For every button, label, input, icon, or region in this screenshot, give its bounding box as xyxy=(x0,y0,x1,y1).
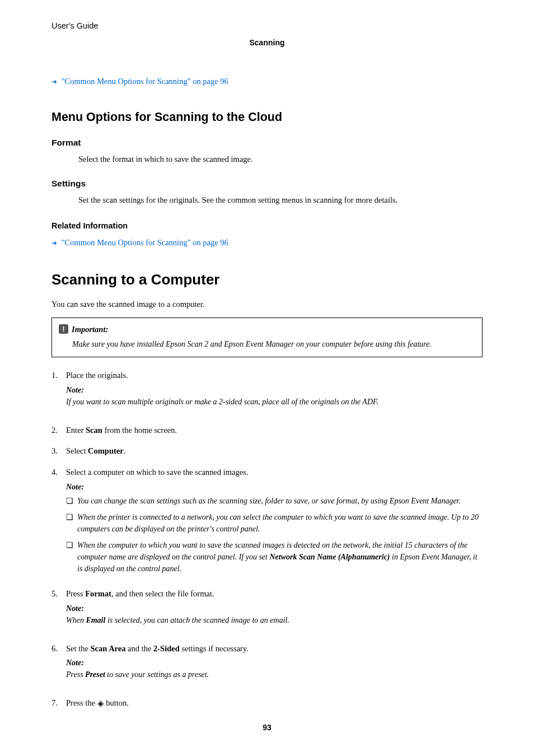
step-1: 1. Place the originals. Note: If you wan… xyxy=(51,370,483,416)
important-box: ! Important: Make sure you have installe… xyxy=(51,318,483,357)
text-format-desc: Select the format in which to save the s… xyxy=(51,153,483,166)
important-icon: ! xyxy=(59,324,68,334)
step-7: 7. Press the ◈ button. xyxy=(51,697,483,710)
step-4-bullet-1: ❏You can change the scan settings such a… xyxy=(66,495,483,507)
step-5: 5. Press Format, and then select the fil… xyxy=(51,588,483,634)
important-body: Make sure you have installed Epson Scan … xyxy=(59,338,475,350)
text-intro: You can save the scanned image to a comp… xyxy=(51,298,483,311)
step-3-text: Select Computer. xyxy=(66,445,483,458)
arrow-right-icon: ➜ xyxy=(51,77,57,87)
page-number: 93 xyxy=(51,722,483,734)
note-label: Note: xyxy=(66,384,483,396)
step-4-bullet-3: ❏When the computer to which you want to … xyxy=(66,539,483,575)
step-7-text: Press the ◈ button. xyxy=(66,697,483,710)
link-common-menu-1[interactable]: "Common Menu Options for Scanning" on pa… xyxy=(62,77,228,86)
note-label: Note: xyxy=(66,603,483,614)
arrow-right-icon: ➜ xyxy=(51,238,57,248)
step-3: 3. Select Computer. xyxy=(51,445,483,458)
step-6: 6. Set the Scan Area and the 2-Sided set… xyxy=(51,643,483,689)
heading-scan-computer: Scanning to a Computer xyxy=(51,269,483,291)
note-label: Note: xyxy=(66,657,483,669)
diamond-start-icon: ◈ xyxy=(97,698,104,710)
heading-format: Format xyxy=(51,136,483,149)
link-common-menu-2[interactable]: "Common Menu Options for Scanning" on pa… xyxy=(62,238,228,247)
step-4-text: Select a computer on which to save the s… xyxy=(66,466,483,479)
heading-settings: Settings xyxy=(51,177,483,190)
step-1-text: Place the originals. xyxy=(66,370,483,382)
note-label: Note: xyxy=(66,481,483,493)
step-6-note: Press Preset to save your settings as a … xyxy=(66,669,483,680)
step-4: 4. Select a computer on which to save th… xyxy=(51,466,483,579)
step-5-text: Press Format, and then select the file f… xyxy=(66,588,483,600)
text-settings-desc: Set the scan settings for the originals.… xyxy=(51,194,483,207)
step-1-note: If you want to scan multiple originals o… xyxy=(66,396,483,408)
header-section: Scanning xyxy=(51,37,483,49)
step-4-bullet-2: ❏When the printer is connected to a netw… xyxy=(66,511,483,535)
step-6-text: Set the Scan Area and the 2-Sided settin… xyxy=(66,643,483,655)
step-2-text: Enter Scan from the home screen. xyxy=(66,424,483,437)
heading-related-info: Related Information xyxy=(51,220,483,232)
heading-cloud-menu: Menu Options for Scanning to the Cloud xyxy=(51,108,483,126)
step-5-note: When Email is selected, you can attach t… xyxy=(66,614,483,626)
related-link-row-1: ➜ "Common Menu Options for Scanning" on … xyxy=(51,76,483,88)
step-2: 2. Enter Scan from the home screen. xyxy=(51,424,483,437)
related-link-row-2: ➜ "Common Menu Options for Scanning" on … xyxy=(51,237,483,249)
important-label: Important: xyxy=(72,324,108,336)
header-users-guide: User's Guide xyxy=(51,20,483,32)
